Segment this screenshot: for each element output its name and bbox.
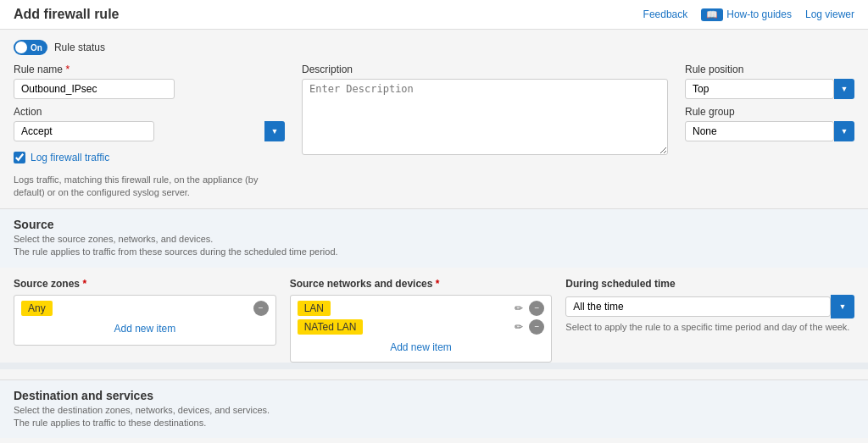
how-to-link[interactable]: How-to guides	[726, 8, 792, 20]
rule-status-label: Rule status	[54, 42, 105, 53]
source-networks-label: Source networks and devices *	[290, 278, 553, 290]
action-group: Action	[14, 106, 285, 141]
description-group: Description	[302, 64, 668, 155]
section-divider	[0, 363, 868, 369]
log-firewall-checkbox[interactable]	[14, 152, 25, 163]
destination-section-header: Destination and services Select the dest…	[0, 379, 868, 439]
source-section-title: Source	[14, 218, 854, 231]
rule-position-select-wrapper	[685, 79, 854, 99]
rule-group-label: Rule group	[685, 106, 854, 118]
rule-name-group: Rule name *	[14, 64, 285, 99]
source-nated-lan-row: NATed LAN ✏ −	[298, 319, 545, 335]
destination-section-desc2: The rule applies to traffic to these des…	[14, 417, 854, 429]
source-section-desc2: The rule applies to traffic from these s…	[14, 246, 854, 258]
source-section-header: Source Select the source zones, networks…	[0, 208, 868, 268]
during-scheduled-col: During scheduled time Select to apply th…	[565, 278, 854, 332]
source-section-desc1: Select the source zones, networks, and d…	[14, 233, 854, 246]
rule-status-toggle[interactable]: On	[14, 40, 47, 55]
source-lan-tag: LAN	[298, 301, 331, 316]
feedback-link[interactable]: Feedback	[643, 8, 688, 20]
source-zones-col: Source zones * Any − Add new item	[14, 278, 276, 346]
rule-group-group: Rule group	[685, 106, 854, 141]
rule-group-select-wrapper	[685, 121, 854, 141]
source-columns: Source zones * Any − Add new item Source…	[14, 278, 854, 363]
during-select-wrapper	[565, 295, 854, 318]
rule-group-select[interactable]	[685, 121, 834, 141]
rule-group-dropdown-btn[interactable]	[834, 121, 854, 141]
log-firewall-description: Logs traffic, matching this firewall rul…	[14, 174, 285, 200]
how-to-badge: 📖	[701, 8, 723, 21]
source-zones-label: Source zones *	[14, 278, 276, 290]
destination-section-desc1: Select the destination zones, networks, …	[14, 404, 854, 417]
main-content: On Rule status Rule name * Action	[0, 30, 868, 443]
source-zone-any-remove[interactable]: −	[253, 301, 269, 316]
rule-position-select[interactable]	[685, 79, 834, 99]
top-form-row: Rule name * Action Log firewall traffic …	[14, 64, 854, 200]
rule-position-dropdown-btn[interactable]	[834, 79, 854, 99]
destination-section-title: Destination and services	[14, 389, 854, 402]
how-to-section: 📖 How-to guides	[701, 8, 792, 21]
source-zone-any-row: Any −	[21, 301, 269, 316]
top-navigation: Feedback 📖 How-to guides Log viewer	[643, 8, 854, 21]
during-scheduled-label: During scheduled time	[565, 278, 854, 290]
action-select-wrapper	[14, 121, 285, 141]
source-zones-add-link[interactable]: Add new item	[21, 319, 269, 338]
log-firewall-row: Log firewall traffic	[14, 152, 285, 163]
source-lan-remove-btn[interactable]: −	[529, 301, 544, 316]
rule-position-label: Rule position	[685, 64, 854, 75]
source-zone-any-tag: Any	[21, 301, 53, 316]
description-input[interactable]	[302, 79, 668, 155]
toggle-on-label: On	[31, 43, 42, 53]
rule-position-group: Rule position	[685, 64, 854, 99]
source-networks-col: Source networks and devices * LAN ✏ − NA…	[290, 278, 553, 363]
source-nated-lan-remove-btn[interactable]: −	[529, 319, 544, 335]
during-select-btn[interactable]	[831, 295, 854, 318]
log-viewer-link[interactable]: Log viewer	[805, 8, 854, 20]
source-lan-actions: ✏ −	[512, 301, 544, 316]
source-lan-row: LAN ✏ −	[298, 301, 545, 316]
source-networks-box: LAN ✏ − NATed LAN ✏ − Add new item	[290, 295, 553, 363]
action-label: Action	[14, 106, 285, 118]
description-label: Description	[302, 64, 668, 75]
toggle-knob	[15, 42, 27, 53]
source-nated-lan-edit-btn[interactable]: ✏	[512, 319, 526, 335]
action-select[interactable]	[14, 121, 154, 141]
rule-name-input[interactable]	[14, 79, 175, 99]
during-select-input[interactable]	[565, 296, 831, 317]
source-nated-lan-tag: NATed LAN	[298, 319, 364, 335]
source-zones-box: Any − Add new item	[14, 295, 276, 346]
source-nated-lan-actions: ✏ −	[512, 319, 544, 335]
page-header: Add firewall rule Feedback 📖 How-to guid…	[0, 0, 868, 30]
action-dropdown-btn[interactable]	[264, 121, 285, 141]
source-lan-edit-btn[interactable]: ✏	[512, 301, 526, 316]
rule-name-label: Rule name *	[14, 64, 285, 75]
rule-status-row: On Rule status	[14, 40, 854, 55]
page-title: Add firewall rule	[14, 7, 119, 22]
log-firewall-label: Log firewall traffic	[31, 152, 109, 163]
during-note: Select to apply the rule to a specific t…	[565, 322, 854, 332]
source-networks-add-link[interactable]: Add new item	[298, 338, 545, 357]
